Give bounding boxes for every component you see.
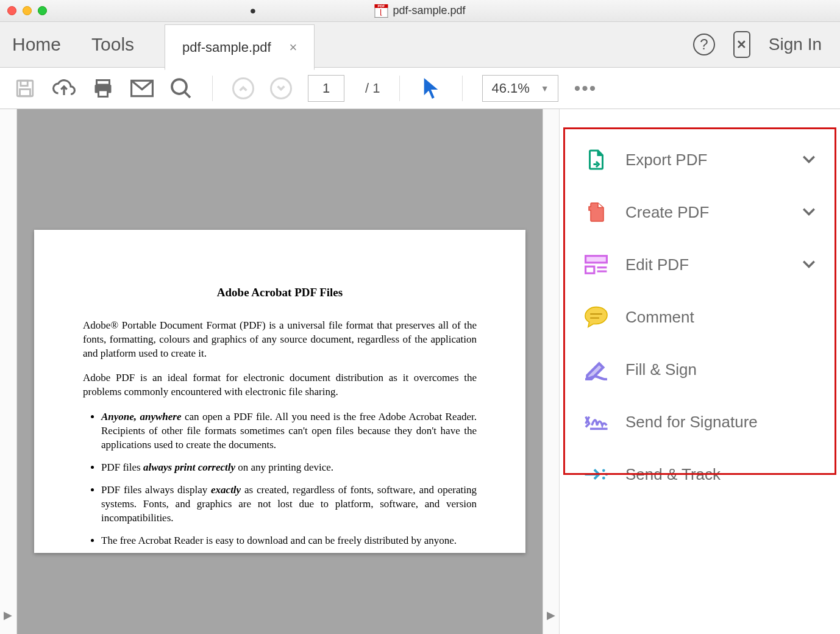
pdf-file-icon: PDF⌊: [374, 4, 388, 18]
document-tab-label: pdf-sample.pdf: [182, 40, 271, 55]
tool-send-signature[interactable]: Send for Signature: [560, 396, 840, 448]
zoom-value: 46.1%: [491, 80, 529, 96]
doc-paragraph: Adobe PDF is an ideal format for electro…: [83, 371, 477, 399]
window-title: PDF⌊ pdf-sample.pdf: [374, 4, 465, 18]
dropdown-triangle-icon: ▼: [541, 84, 549, 93]
pdf-page: Adobe Acrobat PDF Files Adobe® Portable …: [34, 230, 525, 553]
send-signature-icon: [584, 410, 608, 433]
tool-label: Send & Track: [625, 465, 816, 484]
sign-in-button[interactable]: Sign In: [769, 35, 822, 54]
svg-rect-5: [99, 90, 108, 97]
page-number-input[interactable]: [308, 75, 344, 102]
doc-list-item: Anyone, anywhere can open a PDF file. Al…: [101, 410, 477, 452]
svg-rect-8: [586, 256, 607, 263]
edit-pdf-icon: [584, 253, 608, 276]
tool-edit-pdf[interactable]: Edit PDF: [560, 238, 840, 291]
comment-icon: [584, 305, 608, 329]
tools-list: Export PDF Create PDF Edit PDF: [560, 134, 840, 500]
toolbar-separator: [462, 76, 463, 101]
toolbar-separator: [399, 76, 400, 101]
right-panel-handle[interactable]: ▶: [543, 109, 560, 634]
close-tab-button[interactable]: ×: [290, 40, 297, 55]
mail-icon[interactable]: [130, 77, 154, 100]
tool-send-track[interactable]: Send & Track: [560, 448, 840, 500]
zoom-dropdown[interactable]: 46.1% ▼: [482, 75, 558, 102]
doc-paragraph: Adobe® Portable Document Format (PDF) is…: [83, 319, 477, 361]
print-icon[interactable]: [91, 77, 115, 100]
workspace: ▶ Adobe Acrobat PDF Files Adobe® Portabl…: [0, 109, 840, 634]
tool-comment[interactable]: Comment: [560, 291, 840, 343]
tool-create-pdf[interactable]: Create PDF: [560, 186, 840, 238]
mobile-link-icon[interactable]: ✕: [733, 31, 750, 58]
save-icon[interactable]: [13, 77, 37, 100]
tools-pane: Export PDF Create PDF Edit PDF: [560, 109, 840, 634]
tab-bar: Home Tools pdf-sample.pdf × ? ✕ Sign In: [0, 22, 840, 68]
cloud-upload-icon[interactable]: [52, 77, 76, 100]
chevron-down-icon: [802, 260, 816, 269]
tab-home[interactable]: Home: [12, 34, 61, 55]
send-track-icon: [584, 463, 608, 486]
search-icon[interactable]: [169, 77, 193, 100]
tool-label: Edit PDF: [625, 255, 785, 274]
chevron-down-icon: [802, 208, 816, 216]
fill-sign-icon: [584, 358, 608, 381]
tool-export-pdf[interactable]: Export PDF: [560, 134, 840, 186]
svg-point-15: [602, 469, 605, 472]
chevron-down-icon: [802, 155, 816, 164]
window-titlebar: • PDF⌊ pdf-sample.pdf: [0, 0, 840, 22]
tool-label: Fill & Sign: [625, 360, 816, 379]
expand-right-icon: ▶: [4, 608, 12, 622]
tool-fill-sign[interactable]: Fill & Sign: [560, 343, 840, 396]
close-window-button[interactable]: [7, 6, 16, 15]
maximize-window-button[interactable]: [38, 6, 47, 15]
toolbar-separator: [212, 76, 213, 101]
tool-label: Export PDF: [625, 151, 785, 169]
tool-label: Create PDF: [625, 203, 785, 222]
doc-list-item: PDF files always display exactly as crea…: [101, 483, 477, 525]
selection-cursor-icon[interactable]: [419, 77, 443, 100]
prev-page-icon[interactable]: [232, 77, 254, 99]
svg-point-7: [172, 79, 187, 94]
minimize-window-button[interactable]: [23, 6, 32, 15]
traffic-lights: [7, 6, 47, 15]
left-panel-handle[interactable]: ▶: [0, 109, 17, 634]
svg-point-17: [602, 477, 605, 480]
svg-rect-9: [586, 266, 594, 273]
page-total-label: / 1: [365, 80, 380, 96]
doc-list-item: The free Acrobat Reader is easy to downl…: [101, 534, 477, 548]
svg-rect-3: [97, 80, 110, 85]
export-pdf-icon: [584, 148, 608, 171]
next-page-icon[interactable]: [270, 77, 292, 99]
create-pdf-icon: [584, 201, 608, 224]
doc-list-item: PDF files always print correctly on any …: [101, 461, 477, 475]
svg-point-16: [605, 473, 608, 476]
help-icon[interactable]: ?: [693, 34, 715, 55]
more-options-icon[interactable]: •••: [574, 78, 597, 99]
document-viewport[interactable]: Adobe Acrobat PDF Files Adobe® Portable …: [17, 109, 543, 634]
svg-rect-2: [20, 89, 30, 96]
document-tab[interactable]: pdf-sample.pdf ×: [165, 24, 315, 70]
svg-rect-1: [21, 80, 27, 86]
window-title-text: pdf-sample.pdf: [393, 4, 465, 17]
tool-label: Send for Signature: [625, 413, 816, 432]
doc-heading: Adobe Acrobat PDF Files: [83, 285, 477, 301]
tab-tools[interactable]: Tools: [91, 34, 134, 55]
toolbar: / 1 46.1% ▼ •••: [0, 68, 840, 109]
tool-label: Comment: [625, 308, 816, 327]
expand-right-icon: ▶: [547, 608, 555, 622]
